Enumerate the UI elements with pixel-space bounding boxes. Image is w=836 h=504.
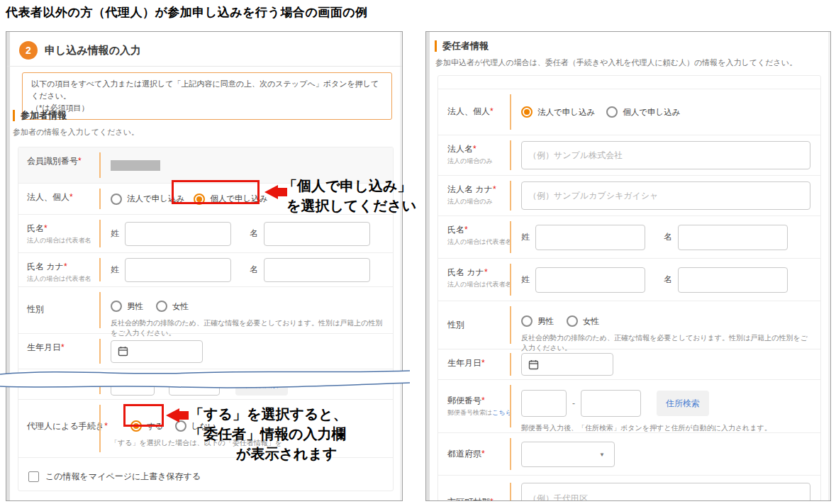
city-label: 市区町村郡: [447, 497, 490, 501]
notice-box: 以下の項目をすべて入力または選択して「上記内容に同意の上、次のステップへ」ボタン…: [22, 72, 392, 120]
radio-male[interactable]: 男性: [111, 301, 143, 312]
annotation-select-personal-line1: 「個人で申し込み」: [283, 177, 411, 196]
field-row-entity-type: 法人、個人* 法人で申し込み 個人で申し込み: [438, 89, 820, 135]
field-row-birthdate: 生年月日*: [18, 333, 393, 369]
postal-note: 郵便番号入力後、「住所検索」ボタンを押すと住所が自動的に入力されます。: [521, 423, 810, 433]
notice-line1: 以下の項目をすべて入力または選択して「上記内容に同意の上、次のステップへ」ボタン…: [31, 78, 383, 102]
field-row-name-kana: 氏名 カナ* 法人の場合は代表者名 姓 名: [18, 252, 393, 286]
header-divider: [6, 66, 402, 67]
field-row-postal-code: 郵便番号* 郵便番号検索はこちら - 住所検索 郵便番号入力後、「住所検索」ボタ…: [438, 379, 820, 432]
radio-circle-icon: [521, 315, 533, 327]
entity-type-label: 法人、個人: [447, 106, 490, 116]
delegator-form-card: 法人、個人* 法人で申し込み 個人で申し込み: [437, 75, 821, 501]
prefecture-label: 都道府県: [447, 449, 481, 459]
address-search-button[interactable]: 住所検索: [235, 373, 288, 396]
radio-circle-icon: [606, 106, 618, 118]
postal-code-input-2[interactable]: [581, 390, 641, 417]
section-title-participant: 参加者情報: [13, 110, 67, 121]
corp-name-kana-input[interactable]: [521, 181, 810, 210]
last-name-input[interactable]: [535, 225, 645, 250]
page-title: 代表者以外の方（代理人）が参加申し込みを行う場合の画面の例: [6, 4, 368, 21]
radio-male[interactable]: 男性: [521, 315, 554, 327]
field-row-name-kana: 氏名 カナ* 法人の場合は代表者名 姓 名: [438, 258, 820, 301]
field-row-postal-code: 郵便番号* - 住所検索: [18, 369, 393, 399]
calendar-icon: [118, 346, 128, 357]
birthdate-input[interactable]: [111, 340, 203, 363]
entity-type-label: 法人、個人: [27, 192, 69, 202]
step-title: 申し込み情報の入力: [45, 44, 141, 57]
last-name-kana-input[interactable]: [125, 258, 231, 282]
radio-circle-icon: [111, 301, 122, 312]
prefecture-select[interactable]: ▼: [521, 442, 615, 467]
name-kana-label: 氏名 カナ: [447, 267, 484, 277]
field-row-city: 市区町村郡*: [438, 475, 820, 501]
radio-apply-individual[interactable]: 個人で申し込み: [606, 106, 680, 118]
city-input[interactable]: [521, 483, 810, 501]
checkbox-icon[interactable]: [28, 471, 39, 482]
first-name-kana-input[interactable]: [678, 267, 788, 293]
radio-circle-icon: [567, 315, 578, 327]
field-row-name: 氏名* 法人の場合は代表者名 姓 名: [18, 214, 393, 252]
postal-hyphen: -: [572, 398, 575, 408]
notice-line2: （*は必須項目）: [31, 102, 383, 114]
postal-code-input-2[interactable]: [169, 373, 220, 396]
radio-circle-icon: [156, 301, 167, 312]
highlight-box-proxy-yes-radio: [123, 404, 164, 427]
proxy-label: 代理人による手続き: [27, 421, 104, 431]
section-title-delegator: 委任者情報: [435, 40, 489, 52]
last-name-kana-input[interactable]: [535, 267, 645, 293]
annotation-proxy-effect-line1: 「する」を選択すると、: [189, 405, 347, 424]
section-desc-participant: 参加者の情報を入力してください。: [13, 127, 139, 138]
radio-circle-icon: [111, 194, 122, 205]
radio-circle-icon: [521, 106, 533, 118]
name-label: 氏名: [447, 225, 464, 235]
annotation-select-personal-line2: を選択してください: [286, 196, 416, 215]
annotation-proxy-effect-line2: 「委任者」情報の入力欄: [189, 425, 345, 444]
name-kana-label: 氏名 カナ: [27, 262, 64, 271]
corp-name-kana-label: 法人名 カナ: [447, 184, 493, 194]
calendar-icon: [528, 359, 539, 370]
radio-female[interactable]: 女性: [567, 315, 599, 327]
birthdate-label: 生年月日: [447, 358, 481, 368]
field-row-gender: 性別 男性 女性 反社会的勢力の排除のため、正確な情報を必要としております。性別: [18, 286, 393, 333]
last-name-input[interactable]: [125, 222, 231, 246]
corp-name-label: 法人名: [447, 144, 473, 154]
gender-label: 性別: [27, 304, 44, 314]
postal-search-link[interactable]: こちら: [492, 409, 512, 416]
postal-code-input-1[interactable]: [521, 390, 567, 417]
left-arrow-icon: [166, 408, 189, 422]
radio-apply-corporate[interactable]: 法人で申し込み: [521, 106, 595, 118]
chevron-down-icon: ▼: [599, 451, 605, 457]
annotation-proxy-effect-line3: が表示されます: [236, 444, 337, 464]
gender-note: 反社会的勢力の排除のため、正確な情報を必要としております。性別は戸籍上の性別をご…: [111, 318, 383, 338]
redacted-member-id-value: [111, 160, 160, 171]
gender-note: 反社会的勢力の排除のため、正確な情報を必要としております。性別は戸籍上の性別をご…: [521, 333, 810, 353]
screenshot-canvas: 代表者以外の方（代理人）が参加申し込みを行う場合の画面の例 2 申し込み情報の入…: [0, 0, 836, 504]
field-row-gender: 性別 男性 女性 反社会的勢力の排除のため、正確な情報を必要としております。性別: [438, 301, 820, 349]
corp-name-input[interactable]: [521, 141, 810, 169]
section-desc-delegator: 参加申込者が代理人の場合は、委任者（手続きや入札を代理人に頼む人）の情報を入力し…: [435, 57, 797, 68]
field-row-corp-name-kana: 法人名 カナ* 法人の場合のみ: [438, 175, 820, 215]
birthdate-label: 生年月日: [27, 342, 61, 352]
postal-label: 郵便番号: [447, 396, 481, 405]
postal-label: 郵便番号: [27, 378, 61, 388]
gender-label: 性別: [447, 320, 464, 330]
name-label: 氏名: [27, 223, 44, 233]
first-name-input[interactable]: [264, 222, 370, 246]
first-name-kana-input[interactable]: [264, 258, 370, 282]
birthdate-input[interactable]: [521, 353, 613, 376]
field-row-birthdate: 生年月日*: [438, 349, 820, 379]
field-row-prefecture: 都道府県* ▼: [438, 432, 820, 475]
save-checkbox-label: この情報をマイページに上書き保存する: [45, 471, 201, 483]
member-id-label: 会員識別番号: [27, 156, 78, 166]
postal-code-input-1[interactable]: [111, 373, 155, 396]
radio-female[interactable]: 女性: [156, 301, 189, 312]
step-number-badge: 2: [19, 41, 38, 60]
address-search-button[interactable]: 住所検索: [657, 391, 709, 416]
first-name-input[interactable]: [678, 225, 788, 250]
postal-hyphen: -: [160, 379, 163, 389]
step-header: 2 申し込み情報の入力: [19, 41, 141, 60]
field-row-corp-name: 法人名* 法人の場合のみ: [438, 135, 820, 175]
highlight-box-individual-radio: [172, 180, 260, 204]
field-row-name: 氏名* 法人の場合は代表者名 姓 名: [438, 215, 820, 258]
